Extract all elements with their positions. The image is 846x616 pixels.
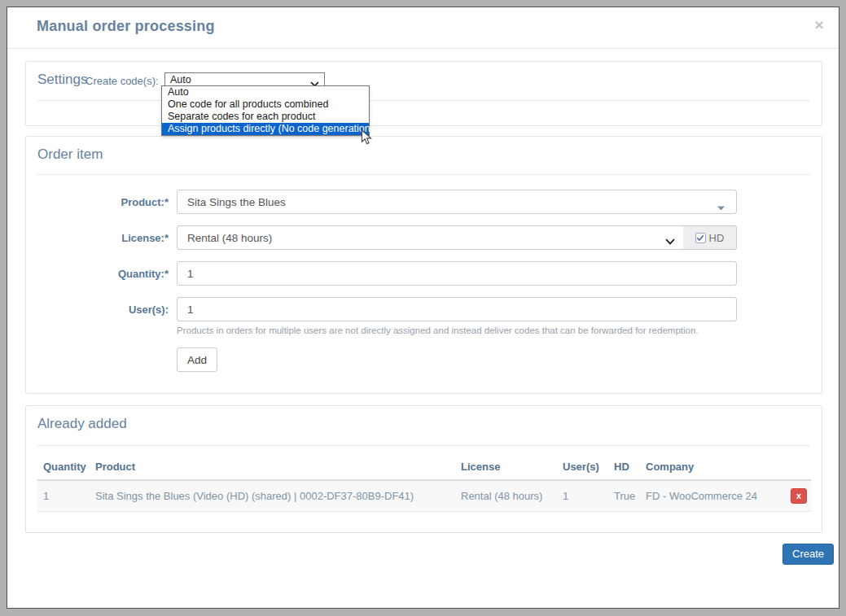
already-added-table: Quantity Product License User(s) HD Comp… bbox=[37, 455, 811, 512]
create-codes-label: Create code(s): bbox=[85, 75, 159, 87]
column-header-license: License bbox=[455, 455, 557, 480]
remove-row-button[interactable]: x bbox=[791, 488, 807, 504]
settings-heading-rule bbox=[37, 100, 810, 101]
cell-quantity: 1 bbox=[37, 480, 90, 512]
settings-panel: Settings Create code(s): Auto bbox=[25, 61, 822, 126]
license-row: License:* Rental (48 hours) HD bbox=[26, 225, 822, 250]
header-divider bbox=[7, 48, 839, 49]
users-input[interactable] bbox=[177, 297, 737, 321]
chevron-down-icon bbox=[665, 235, 675, 247]
product-selected-value: Sita Sings the Blues bbox=[187, 196, 286, 208]
cell-product: Sita Sings the Blues (Video (HD) (shared… bbox=[90, 480, 455, 512]
table-header-row: Quantity Product License User(s) HD Comp… bbox=[37, 455, 811, 480]
users-help-text: Products in orders for multiple users ar… bbox=[177, 325, 699, 335]
quantity-label: Quantity:* bbox=[26, 268, 169, 280]
order-item-heading-rule bbox=[37, 174, 810, 175]
dropdown-option-auto[interactable]: Auto bbox=[162, 86, 369, 98]
dialog-title: Manual order processing bbox=[37, 18, 215, 35]
column-header-product: Product bbox=[90, 455, 455, 480]
create-codes-selected-value: Auto bbox=[170, 73, 191, 86]
already-added-heading: Already added bbox=[37, 416, 127, 432]
manual-order-processing-dialog: Manual order processing × Settings Creat… bbox=[7, 7, 839, 609]
settings-heading: Settings bbox=[37, 72, 87, 88]
license-label: License:* bbox=[26, 232, 169, 244]
users-label: User(s): bbox=[26, 304, 169, 316]
license-selected-value: Rental (48 hours) bbox=[187, 232, 272, 244]
already-added-heading-rule bbox=[37, 445, 810, 446]
table-row: 1 Sita Sings the Blues (Video (HD) (shar… bbox=[37, 480, 811, 512]
product-label: Product:* bbox=[26, 196, 169, 208]
caret-down-icon bbox=[717, 201, 725, 213]
dropdown-option-one-code[interactable]: One code for all products combined bbox=[162, 98, 369, 111]
close-icon[interactable]: × bbox=[809, 15, 829, 35]
order-item-panel: Order item Product:* Sita Sings the Blue… bbox=[25, 136, 822, 394]
column-header-quantity: Quantity bbox=[37, 455, 90, 480]
column-header-hd: HD bbox=[608, 455, 640, 480]
cell-actions: x bbox=[776, 480, 811, 512]
cell-company: FD - WooCommerce 24 bbox=[640, 480, 776, 512]
quantity-row: Quantity:* bbox=[26, 261, 822, 286]
already-added-panel: Already added Quantity Product License U… bbox=[25, 405, 822, 533]
quantity-input[interactable] bbox=[177, 261, 737, 286]
users-row: User(s): bbox=[26, 297, 822, 321]
dropdown-option-assign-directly[interactable]: Assign products directly (No code genera… bbox=[162, 123, 369, 135]
order-item-heading: Order item bbox=[37, 146, 103, 163]
column-header-actions bbox=[776, 455, 811, 480]
license-select[interactable]: Rental (48 hours) bbox=[177, 225, 684, 250]
product-row: Product:* Sita Sings the Blues bbox=[26, 190, 822, 214]
cell-users: 1 bbox=[557, 480, 608, 512]
cell-hd: True bbox=[608, 480, 640, 512]
cell-license: Rental (48 hours) bbox=[455, 480, 557, 512]
mouse-cursor-icon bbox=[361, 129, 372, 149]
create-codes-dropdown-list: Auto One code for all products combined … bbox=[161, 85, 370, 136]
dropdown-option-separate-codes[interactable]: Separate codes for each product bbox=[162, 111, 369, 123]
column-header-users: User(s) bbox=[557, 455, 608, 480]
product-select[interactable]: Sita Sings the Blues bbox=[177, 190, 737, 214]
column-header-company: Company bbox=[640, 455, 776, 480]
hd-checkbox-label: HD bbox=[709, 232, 725, 244]
hd-checkbox[interactable] bbox=[695, 233, 706, 243]
page-background: { "modal": { "title": "Manual order proc… bbox=[0, 0, 846, 616]
add-button[interactable]: Add bbox=[177, 347, 217, 372]
hd-addon-group: HD bbox=[683, 225, 737, 250]
create-button[interactable]: Create bbox=[782, 544, 834, 565]
